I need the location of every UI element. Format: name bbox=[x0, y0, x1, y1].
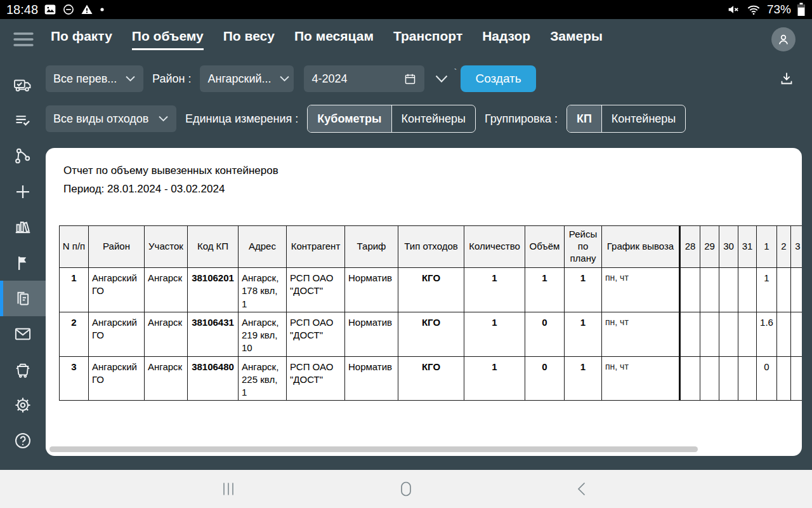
carrier-dropdown[interactable]: Все перев... bbox=[46, 65, 143, 92]
table-cell: Норматив bbox=[345, 268, 398, 312]
create-button[interactable]: Создать bbox=[461, 65, 535, 92]
sidebar-item-library[interactable] bbox=[0, 210, 46, 245]
tab-1[interactable]: По объему bbox=[132, 29, 204, 50]
table-cell bbox=[719, 356, 738, 401]
column-header: Объём bbox=[525, 226, 565, 268]
table-cell: Ангарский ГО bbox=[89, 356, 145, 401]
unit-segment-0[interactable]: Кубометры bbox=[308, 105, 391, 132]
warning-icon bbox=[81, 3, 93, 16]
table-row: 3Ангарский ГОАнгарск38106480Ангарск, 225… bbox=[60, 356, 802, 401]
tab-5[interactable]: Надзор bbox=[482, 29, 530, 50]
table-cell: РСП ОАО "ДОСТ" bbox=[287, 356, 345, 401]
home-icon[interactable] bbox=[398, 481, 414, 497]
table-cell: 38106201 bbox=[188, 268, 239, 312]
tab-6[interactable]: Замеры bbox=[550, 29, 603, 50]
table-cell bbox=[719, 268, 738, 312]
column-header: 2 bbox=[777, 226, 791, 268]
table-cell bbox=[738, 268, 757, 312]
back-icon[interactable] bbox=[575, 481, 588, 497]
table-cell bbox=[719, 312, 738, 356]
table-cell: 1 bbox=[565, 268, 602, 312]
chevron-down-icon bbox=[279, 75, 290, 83]
table-cell bbox=[680, 268, 700, 312]
waste-container-icon bbox=[13, 360, 32, 379]
table-cell bbox=[791, 268, 802, 312]
district-dropdown[interactable]: Ангарский... bbox=[200, 65, 294, 92]
expand-chevron-icon[interactable] bbox=[435, 74, 449, 84]
column-header: Тип отходов bbox=[398, 226, 464, 268]
sidebar-item-waste-container[interactable] bbox=[0, 352, 46, 387]
help-icon bbox=[13, 431, 32, 450]
tab-4[interactable]: Транспорт bbox=[393, 29, 462, 50]
documents-icon bbox=[13, 289, 32, 308]
sidebar-item-truck-check[interactable] bbox=[0, 67, 46, 103]
sidebar-item-mail[interactable] bbox=[0, 316, 46, 352]
horizontal-scrollbar[interactable] bbox=[49, 446, 698, 452]
person-icon bbox=[776, 32, 791, 47]
battery-percent: 73% bbox=[767, 3, 791, 17]
android-navigation-bar bbox=[0, 470, 812, 508]
column-header: Рейсы по плану bbox=[565, 226, 602, 268]
clock: 18:48 bbox=[6, 3, 38, 17]
table-cell bbox=[700, 356, 719, 401]
menu-icon[interactable] bbox=[13, 31, 34, 48]
avatar[interactable] bbox=[771, 27, 796, 51]
table-cell: Ангарск, 219 квл, 10 bbox=[239, 312, 287, 356]
district-label: Район : bbox=[152, 72, 191, 86]
column-header: Адрес bbox=[239, 226, 287, 268]
sidebar-item-plus[interactable] bbox=[0, 174, 46, 210]
sidebar-item-gear[interactable] bbox=[0, 387, 46, 423]
plus-icon bbox=[13, 182, 32, 201]
table-cell bbox=[738, 356, 757, 401]
tab-0[interactable]: По факту bbox=[51, 29, 112, 50]
download-icon[interactable] bbox=[779, 71, 794, 86]
table-cell bbox=[738, 312, 757, 356]
sidebar-item-list-check[interactable] bbox=[0, 103, 46, 138]
sidebar-item-route[interactable] bbox=[0, 138, 46, 174]
tab-2[interactable]: По весу bbox=[223, 29, 275, 50]
column-header: 30 bbox=[719, 226, 738, 268]
do-not-disturb-icon bbox=[62, 3, 75, 16]
table-cell: 1 bbox=[464, 356, 525, 401]
waste-type-dropdown[interactable]: Все виды отходов bbox=[46, 105, 176, 132]
nav-tabs: По фактуПо объемуПо весуПо месяцамТрансп… bbox=[51, 29, 603, 50]
unit-segment-1[interactable]: Контейнеры bbox=[391, 105, 475, 132]
table-cell: КГО bbox=[398, 356, 464, 401]
period-picker[interactable]: 4-2024 bbox=[304, 65, 424, 92]
table-cell bbox=[791, 356, 802, 401]
table-cell: 38106480 bbox=[188, 356, 239, 401]
tab-3[interactable]: По месяцам bbox=[294, 29, 374, 50]
unit-label: Единица измерения : bbox=[185, 112, 298, 126]
column-header: График вывоза bbox=[602, 226, 680, 268]
table-cell: Норматив bbox=[345, 312, 398, 356]
table-cell: Ангарск, 178 квл, 1 bbox=[239, 268, 287, 312]
district-dropdown-value: Ангарский... bbox=[207, 72, 271, 86]
flag-icon bbox=[14, 253, 32, 272]
report-title: Отчет по объему вывезенных контейнеров bbox=[63, 164, 802, 177]
table-cell: 1.6 bbox=[757, 312, 777, 356]
table-cell: 1 bbox=[464, 312, 525, 356]
status-bar: 18:48 73% bbox=[0, 0, 812, 19]
filter-row-primary: Все перев... Район : Ангарский... 4-2024 bbox=[46, 65, 802, 92]
calendar-icon bbox=[403, 72, 417, 86]
chevron-down-icon bbox=[125, 75, 136, 83]
table-cell bbox=[777, 356, 791, 401]
app-window: По фактуПо объемуПо весуПо месяцамТрансп… bbox=[0, 19, 812, 470]
content: Все перев... Район : Ангарский... 4-2024 bbox=[46, 60, 812, 470]
sidebar-item-help[interactable] bbox=[0, 423, 46, 458]
table-cell bbox=[680, 312, 700, 356]
table-cell: Ангарский ГО bbox=[89, 268, 145, 312]
table-cell: 1 bbox=[757, 268, 777, 312]
table-cell bbox=[680, 356, 700, 401]
table-cell: пн, чт bbox=[602, 268, 680, 312]
report-period: Период: 28.01.2024 - 03.02.2024 bbox=[63, 183, 802, 196]
sidebar bbox=[0, 60, 46, 470]
table-cell: 1 bbox=[60, 268, 89, 312]
sidebar-item-flag[interactable] bbox=[0, 245, 46, 281]
wifi-icon bbox=[746, 3, 761, 17]
sidebar-item-documents[interactable] bbox=[0, 281, 46, 316]
recents-icon[interactable] bbox=[220, 481, 237, 497]
grouping-segment-1[interactable]: Контейнеры bbox=[601, 105, 685, 132]
grouping-segment-0[interactable]: КП bbox=[567, 105, 601, 132]
table-cell: РСП ОАО "ДОСТ" bbox=[287, 312, 345, 356]
